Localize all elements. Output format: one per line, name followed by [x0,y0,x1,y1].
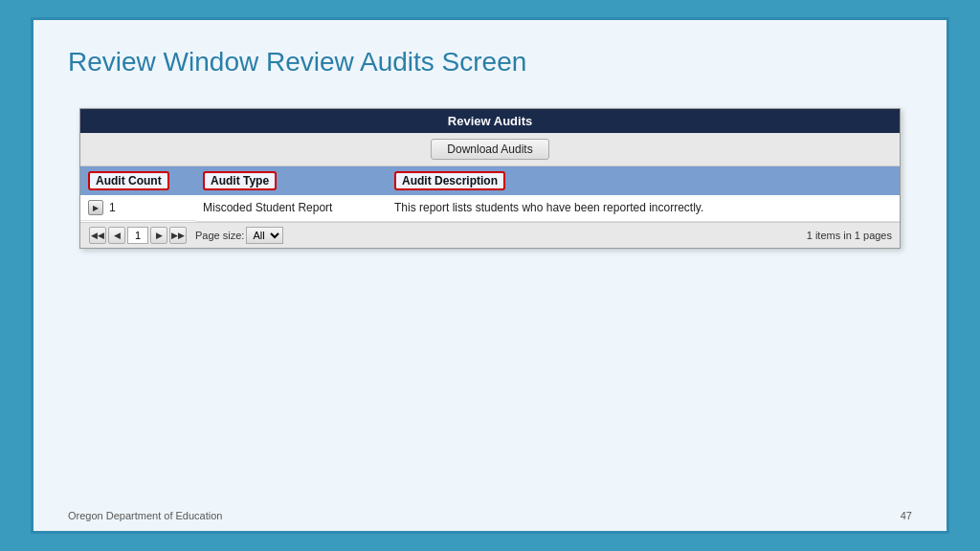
audit-table: Audit Count Audit Type Audit Description [80,166,900,222]
slide-footer: Oregon Department of Education 47 [33,500,947,531]
row-expand-cell: ▶ 1 [80,195,195,221]
pagination-bar: ◀◀ ◀ ▶ ▶▶ Page size: All 10 25 50 1 item… [80,222,900,248]
audit-count-label: Audit Count [88,171,169,190]
column-header-description: Audit Description [387,166,900,195]
audit-description-label: Audit Description [394,171,505,190]
row-description-value: This report lists students who have been… [394,201,703,214]
column-header-count: Audit Count [80,166,195,195]
slide-title: Review Window Review Audits Screen [68,47,912,77]
column-header-type: Audit Type [195,166,387,195]
audit-title-text: Review Audits [448,114,532,128]
prev-page-button[interactable]: ◀ [108,227,125,244]
footer-left: Oregon Department of Education [68,510,222,521]
row-expand-button[interactable]: ▶ [88,200,103,215]
table-header-row: Audit Count Audit Type Audit Description [80,166,900,195]
slide-header: Review Window Review Audits Screen [33,20,947,93]
page-size-label: Page size: [195,230,244,241]
audit-widget: Review Audits Download Audits Audit Coun… [79,108,901,249]
audit-download-bar: Download Audits [80,133,900,166]
page-size-select[interactable]: All 10 25 50 [246,227,283,244]
audit-type-label: Audit Type [203,171,277,190]
slide-content: Review Audits Download Audits Audit Coun… [33,93,947,500]
download-audits-button[interactable]: Download Audits [431,139,548,160]
table-body: ▶ 1 Miscoded Student Report This report … [80,195,900,221]
slide: Review Window Review Audits Screen Revie… [31,17,949,534]
footer-right: 47 [901,510,912,521]
first-page-button[interactable]: ◀◀ [89,227,106,244]
table-row: ▶ 1 Miscoded Student Report This report … [80,195,900,221]
row-type-value: Miscoded Student Report [203,201,332,214]
items-info: 1 items in 1 pages [807,230,892,241]
page-number-input[interactable] [127,227,148,244]
row-description-cell: This report lists students who have been… [387,195,900,221]
audit-title-bar: Review Audits [80,109,900,133]
last-page-button[interactable]: ▶▶ [169,227,187,244]
row-count-value: 1 [109,201,116,214]
row-type-cell: Miscoded Student Report [195,195,387,221]
next-page-button[interactable]: ▶ [150,227,167,244]
table-header: Audit Count Audit Type Audit Description [80,166,900,195]
